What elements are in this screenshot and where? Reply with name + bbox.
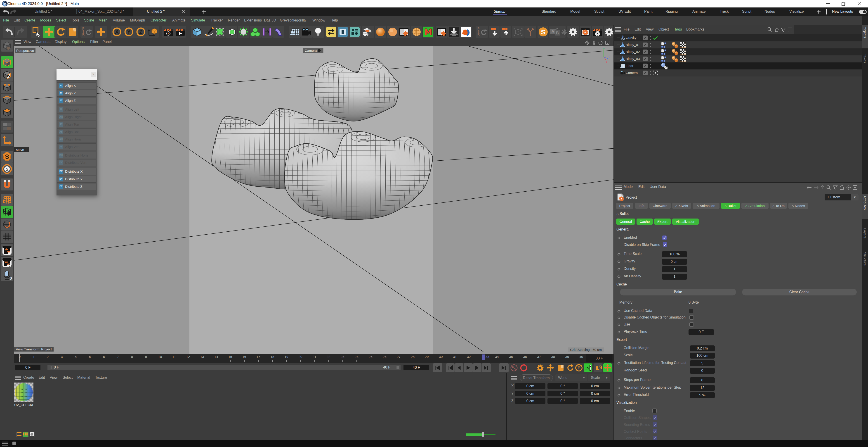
svg-text:Z: Z [139,29,143,35]
svg-text:15: 15 [585,366,589,370]
svg-text:S: S [6,167,8,172]
svg-text:D4: D4 [21,392,23,394]
svg-text:A: A [552,29,554,34]
svg-text:X: X [115,29,119,35]
svg-text:Y: Y [127,29,131,35]
svg-text:C4: C4 [21,388,23,390]
svg-text:S: S [10,276,12,280]
svg-text:P: P [578,365,581,370]
svg-text:S: S [541,28,546,36]
svg-text:E5: E5 [25,396,27,397]
svg-text:Z: Z [609,56,610,59]
svg-text:X: X [606,61,608,63]
svg-text:B: B [556,31,559,35]
svg-text:E4: E4 [21,396,23,397]
svg-text:S: S [5,153,9,160]
svg-text:D5: D5 [25,392,27,394]
svg-text:C5: C5 [25,388,27,390]
svg-text:Y: Y [603,48,604,51]
